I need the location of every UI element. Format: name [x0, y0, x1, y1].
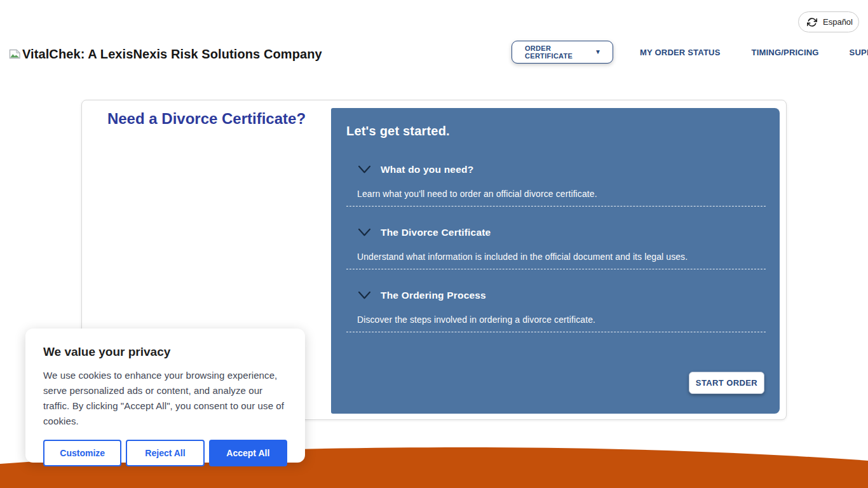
nav-my-order-status[interactable]: MY ORDER STATUS	[640, 48, 721, 57]
order-certificate-label: ORDER CERTIFICATE	[525, 44, 595, 60]
dashed-divider	[346, 269, 766, 269]
accordion-description: Discover the steps involved in ordering …	[346, 315, 766, 325]
cookie-title: We value your privacy	[43, 345, 287, 359]
get-started-panel: Let's get started. What do you need? Lea…	[331, 108, 780, 414]
start-order-button[interactable]: START ORDER	[689, 372, 764, 394]
accordion-description: Learn what you'll need to order an offic…	[346, 189, 766, 199]
accordion-header[interactable]: The Ordering Process	[346, 290, 766, 301]
refresh-icon	[807, 17, 817, 27]
logo-alt-text: VitalChek: A LexisNexis Risk Solutions C…	[22, 47, 322, 62]
cookie-message: We use cookies to enhance your browsing …	[43, 368, 287, 429]
accordion-list: What do you need? Learn what you'll need…	[346, 164, 766, 332]
accordion-section-what-you-need: What do you need? Learn what you'll need…	[346, 164, 766, 207]
dashed-divider	[346, 206, 766, 207]
accordion-title: The Ordering Process	[381, 290, 486, 301]
cookie-consent-dialog: We value your privacy We use cookies to …	[25, 329, 305, 463]
broken-image-icon	[9, 49, 21, 59]
customize-button[interactable]: Customize	[43, 440, 121, 466]
chevron-down-icon	[357, 165, 372, 175]
dashed-divider	[346, 332, 766, 332]
chevron-down-icon	[357, 227, 372, 238]
main-nav: ORDER CERTIFICATE ▼ MY ORDER STATUS TIMI…	[512, 41, 868, 64]
page: Español VitalChek: A LexisNexis Risk Sol…	[0, 0, 868, 488]
nav-support[interactable]: SUPPORT	[850, 48, 868, 57]
accordion-title: What do you need?	[381, 164, 473, 175]
accept-all-button[interactable]: Accept All	[209, 440, 287, 466]
accordion-title: The Divorce Certificate	[381, 227, 491, 238]
reject-all-button[interactable]: Reject All	[126, 440, 204, 466]
chevron-down-icon	[357, 290, 372, 301]
nav-timing-pricing[interactable]: TIMING/PRICING	[752, 48, 819, 57]
accordion-header[interactable]: What do you need?	[346, 164, 766, 175]
accordion-section-ordering-process: The Ordering Process Discover the steps …	[346, 290, 766, 332]
language-toggle-button[interactable]: Español	[798, 11, 859, 32]
site-logo[interactable]: VitalChek: A LexisNexis Risk Solutions C…	[9, 47, 322, 62]
page-title: Need a Divorce Certificate?	[82, 110, 331, 128]
chevron-down-caret: ▼	[595, 49, 601, 55]
accordion-description: Understand what information is included …	[346, 252, 766, 262]
accordion-header[interactable]: The Divorce Certificate	[346, 227, 766, 238]
cookie-button-row: Customize Reject All Accept All	[43, 440, 287, 466]
panel-title: Let's get started.	[346, 124, 450, 139]
order-certificate-dropdown[interactable]: ORDER CERTIFICATE ▼	[512, 41, 613, 64]
accordion-section-divorce-certificate: The Divorce Certificate Understand what …	[346, 227, 766, 269]
language-label: Español	[823, 17, 853, 27]
